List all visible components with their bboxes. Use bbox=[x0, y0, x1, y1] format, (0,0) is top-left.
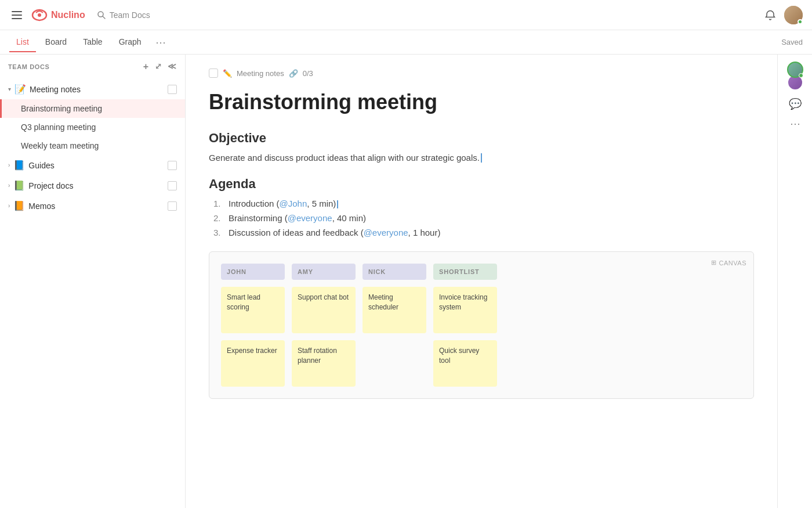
objective-heading: Objective bbox=[209, 131, 754, 146]
collab-online-dot-1 bbox=[799, 73, 803, 78]
sidebar-workspace-header: TEAM DOCS + ⤢ ≪ bbox=[0, 55, 185, 79]
search-placeholder[interactable]: Team Docs bbox=[110, 10, 150, 20]
agenda-text-2: Brainstorming (@everyone, 40 min) bbox=[229, 213, 366, 223]
agenda-num-1: 1. bbox=[213, 199, 224, 208]
memos-checkbox[interactable] bbox=[168, 201, 177, 211]
user-avatar[interactable] bbox=[784, 6, 803, 24]
search-area[interactable]: Team Docs bbox=[97, 10, 150, 20]
agenda-heading: Agenda bbox=[209, 176, 754, 192]
tab-graph[interactable]: Graph bbox=[112, 33, 148, 52]
sidebar-group-meeting-notes: ▾ 📝 Meeting notes Brainstorming meeting … bbox=[0, 79, 185, 155]
canvas-icon: ⊞ bbox=[711, 259, 717, 266]
canvas-card-smart-lead[interactable]: Smart lead scoring bbox=[221, 287, 285, 333]
mention-john: @John bbox=[280, 199, 307, 208]
agenda-num-2: 2. bbox=[213, 213, 224, 223]
progress-icon: 🔗 bbox=[289, 69, 298, 78]
sidebar-group-memos-header[interactable]: › 📙 Memos bbox=[0, 196, 185, 216]
tab-board[interactable]: Board bbox=[38, 33, 74, 52]
sidebar-header-actions: + ⤢ ≪ bbox=[143, 62, 177, 72]
canvas-card-quick-survey[interactable]: Quick survey tool bbox=[433, 340, 497, 387]
cursor-2 bbox=[337, 200, 338, 208]
doc-title: Brainstorming meeting bbox=[209, 89, 754, 114]
view-tab-more-icon[interactable]: ⋯ bbox=[153, 34, 168, 51]
progress-label: 0/3 bbox=[303, 69, 313, 78]
sidebar-group-guides: › 📘 Guides bbox=[0, 155, 185, 175]
bell-icon[interactable] bbox=[764, 9, 776, 21]
more-options-icon[interactable]: ⋯ bbox=[790, 117, 800, 130]
agenda-text-1: Introduction (@John, 5 min) bbox=[229, 199, 338, 208]
mention-everyone-1: @everyone bbox=[288, 213, 332, 223]
canvas-col-nick: NICK bbox=[362, 264, 426, 280]
objective-text: Generate and discuss product ideas that … bbox=[209, 153, 754, 163]
canvas-label: ⊞ CANVAS bbox=[711, 259, 746, 266]
agenda-item-3: 3. Discussion of ideas and feedback (@ev… bbox=[213, 228, 754, 237]
doc-checkbox[interactable] bbox=[209, 69, 218, 78]
collapse-sidebar-button[interactable]: ≪ bbox=[168, 62, 177, 72]
chevron-down-icon: ▾ bbox=[8, 86, 11, 92]
agenda-list: 1. Introduction (@John, 5 min) 2. Brains… bbox=[209, 199, 754, 237]
sidebar-group-project-docs: › 📗 Project docs bbox=[0, 175, 185, 196]
expand-button[interactable]: ⤢ bbox=[155, 62, 162, 72]
canvas-card-meeting-scheduler[interactable]: Meeting scheduler bbox=[362, 287, 426, 333]
canvas-card-invoice-tracking[interactable]: Invoice tracking system bbox=[433, 287, 497, 333]
canvas-col-john: JOHN bbox=[221, 264, 285, 280]
logo-area: Nuclino bbox=[31, 7, 85, 23]
project-docs-checkbox[interactable] bbox=[168, 181, 177, 190]
add-item-button[interactable]: + bbox=[143, 62, 149, 72]
meeting-notes-icon: 📝 bbox=[14, 84, 26, 95]
logo-icon bbox=[31, 7, 48, 23]
q3-planning-label: Q3 planning meeting bbox=[21, 123, 96, 132]
canvas-col-shortlist: SHORTLIST bbox=[433, 264, 497, 280]
chevron-right-icon: › bbox=[8, 162, 10, 168]
sidebar-group-guides-header[interactable]: › 📘 Guides bbox=[0, 155, 185, 175]
weekly-team-label: Weekly team meeting bbox=[21, 141, 99, 150]
guides-checkbox[interactable] bbox=[168, 161, 177, 170]
canvas-card-staff-rotation[interactable]: Staff rotation planner bbox=[292, 340, 356, 387]
canvas-card-empty bbox=[362, 340, 426, 387]
group-guides-label: Guides bbox=[28, 161, 54, 170]
agenda-item-1: 1. Introduction (@John, 5 min) bbox=[213, 199, 754, 208]
hamburger-menu[interactable] bbox=[9, 9, 24, 21]
top-nav: Nuclino Team Docs bbox=[0, 0, 812, 30]
memos-icon: 📙 bbox=[13, 200, 25, 211]
pencil-icon: ✏️ bbox=[223, 69, 232, 78]
breadcrumb-label[interactable]: Meeting notes bbox=[237, 69, 284, 78]
project-docs-icon: 📗 bbox=[13, 180, 25, 191]
app-name: Nuclino bbox=[51, 10, 85, 20]
chat-icon[interactable]: 💬 bbox=[789, 98, 802, 110]
sidebar-group-project-docs-header[interactable]: › 📗 Project docs bbox=[0, 175, 185, 196]
canvas-card-support-chat[interactable]: Support chat bot bbox=[292, 287, 356, 333]
tab-list[interactable]: List bbox=[9, 33, 36, 52]
main-layout: TEAM DOCS + ⤢ ≪ ▾ 📝 Meeting notes Brains… bbox=[0, 55, 812, 508]
content-area: ✏️ Meeting notes 🔗 0/3 Brainstorming mee… bbox=[186, 55, 777, 508]
sidebar-group-meeting-notes-header[interactable]: ▾ 📝 Meeting notes bbox=[0, 79, 185, 99]
search-icon bbox=[97, 10, 106, 20]
view-tabs-bar: List Board Table Graph ⋯ Saved bbox=[0, 30, 812, 55]
svg-line-3 bbox=[103, 16, 105, 19]
canvas-col-amy: AMY bbox=[292, 264, 356, 280]
top-nav-right bbox=[764, 6, 803, 24]
meeting-notes-checkbox[interactable] bbox=[168, 85, 177, 94]
cursor bbox=[481, 153, 482, 163]
guides-icon: 📘 bbox=[13, 160, 25, 171]
group-meeting-notes-label: Meeting notes bbox=[30, 85, 81, 94]
doc-breadcrumb: ✏️ Meeting notes 🔗 0/3 bbox=[209, 69, 754, 78]
sidebar-item-weekly-team[interactable]: Weekly team meeting bbox=[0, 136, 185, 155]
sidebar-group-memos: › 📙 Memos bbox=[0, 196, 185, 216]
canvas-container: ⊞ CANVAS JOHN AMY NICK SHORTLIST Smart l… bbox=[209, 251, 754, 399]
svg-point-1 bbox=[38, 13, 41, 17]
collab-avatars bbox=[787, 62, 803, 91]
mention-everyone-2: @everyone bbox=[364, 228, 408, 237]
online-indicator bbox=[798, 19, 803, 24]
sidebar-item-brainstorming[interactable]: Brainstorming meeting bbox=[0, 99, 185, 118]
saved-status: Saved bbox=[781, 38, 803, 46]
sidebar-item-q3-planning[interactable]: Q3 planning meeting bbox=[0, 118, 185, 136]
right-panel: 💬 ⋯ bbox=[777, 55, 812, 508]
canvas-label-text: CANVAS bbox=[719, 260, 746, 266]
group-project-docs-label: Project docs bbox=[28, 181, 73, 190]
chevron-right-icon-2: › bbox=[8, 182, 10, 189]
tab-table[interactable]: Table bbox=[76, 33, 109, 52]
canvas-card-expense-tracker[interactable]: Expense tracker bbox=[221, 340, 285, 387]
agenda-item-2: 2. Brainstorming (@everyone, 40 min) bbox=[213, 213, 754, 223]
sidebar: TEAM DOCS + ⤢ ≪ ▾ 📝 Meeting notes Brains… bbox=[0, 55, 186, 508]
